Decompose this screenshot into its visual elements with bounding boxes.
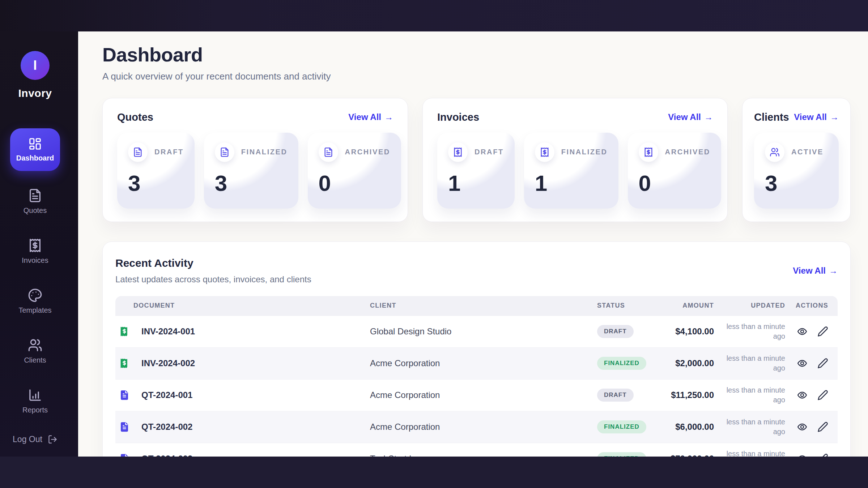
client-name: Acme Corporation xyxy=(370,390,597,400)
brand-name: Invory xyxy=(18,87,52,99)
status-badge: FINALIZED xyxy=(597,420,646,433)
quotes-view-all-link[interactable]: View All→ xyxy=(348,112,393,122)
app-window: I Invory DashboardQuotesInvoicesTemplate… xyxy=(0,0,868,488)
stat-tile-top: DRAFT xyxy=(448,142,504,162)
logout-icon xyxy=(48,435,58,444)
client-name: TechStart Inc. xyxy=(370,454,597,457)
card-title: Clients xyxy=(754,111,789,123)
card-header: ClientsView All→ xyxy=(754,111,839,123)
stat-tile-invoices-draft: DRAFT1 xyxy=(437,133,515,209)
updated-time: less than a minute ago xyxy=(714,417,785,437)
edit-button[interactable] xyxy=(817,421,828,432)
status-badge: FINALIZED xyxy=(597,357,646,370)
activity-table-header: DOCUMENTCLIENTSTATUSAMOUNTUPDATEDACTIONS xyxy=(115,296,838,316)
view-button[interactable] xyxy=(797,326,808,337)
row-actions xyxy=(785,453,838,457)
table-row: INV-2024-001Global Design StudioDRAFT$4,… xyxy=(115,316,838,347)
edit-button[interactable] xyxy=(817,358,828,369)
stat-tile-top: DRAFT xyxy=(128,142,184,162)
sidebar-item-invoices[interactable]: Invoices xyxy=(22,238,48,265)
pencil-icon xyxy=(817,428,828,433)
stat-label: ARCHIVED xyxy=(345,148,390,156)
stat-value: 0 xyxy=(639,172,710,194)
table-row: QT-2024-003TechStart Inc.FINALIZED$70,00… xyxy=(115,443,838,457)
stat-tile-quotes-finalized: FINALIZED3 xyxy=(204,133,298,209)
brand-logo-letter: I xyxy=(33,58,37,73)
view-button[interactable] xyxy=(797,421,808,432)
status-cell: DRAFT xyxy=(597,389,658,402)
stat-tiles: DRAFT1FINALIZED1ARCHIVED0 xyxy=(437,133,713,209)
eye-icon xyxy=(797,333,808,338)
activity-table-body: INV-2024-001Global Design StudioDRAFT$4,… xyxy=(115,316,838,457)
stat-tile-quotes-archived: ARCHIVED0 xyxy=(308,133,401,209)
stat-tile-clients-active: ACTIVE3 xyxy=(754,133,839,209)
table-row: INV-2024-002Acme CorporationFINALIZED$2,… xyxy=(115,347,838,379)
summary-card-invoices: InvoicesView All→DRAFT1FINALIZED1ARCHIVE… xyxy=(422,98,728,222)
sidebar: I Invory DashboardQuotesInvoicesTemplate… xyxy=(0,31,78,457)
stat-value: 3 xyxy=(215,172,288,194)
row-actions xyxy=(785,358,838,369)
sidebar-item-label: Dashboard xyxy=(16,154,54,162)
file-text-icon xyxy=(215,142,234,162)
view-button[interactable] xyxy=(797,358,808,369)
view-all-label: View All xyxy=(348,112,381,122)
summary-card-clients: ClientsView All→ACTIVE3 xyxy=(742,98,851,222)
stat-tile-top: ARCHIVED xyxy=(639,142,710,162)
sidebar-item-label: Invoices xyxy=(22,256,48,265)
invoices-view-all-link[interactable]: View All→ xyxy=(668,112,713,122)
sidebar-item-label: Quotes xyxy=(24,206,47,215)
pencil-icon xyxy=(817,364,828,370)
sidebar-item-label: Reports xyxy=(22,406,48,414)
updated-time: less than a minute ago xyxy=(714,322,785,341)
receipt-icon xyxy=(639,142,658,162)
recent-activity-title: Recent Activity xyxy=(115,257,311,269)
stat-tiles: ACTIVE3 xyxy=(754,133,839,209)
status-cell: DRAFT xyxy=(597,325,658,338)
row-actions xyxy=(785,390,838,401)
column-header-status: STATUS xyxy=(597,302,658,309)
stat-value: 1 xyxy=(448,172,504,194)
amount: $2,000.00 xyxy=(658,358,714,368)
edit-button[interactable] xyxy=(817,390,828,401)
arrow-right-icon: → xyxy=(830,112,839,122)
stat-value: 0 xyxy=(319,172,390,194)
eye-icon xyxy=(797,396,808,402)
recent-activity-view-all-link[interactable]: View All → xyxy=(793,266,838,276)
stat-tile-quotes-draft: DRAFT3 xyxy=(117,133,195,209)
pencil-icon xyxy=(817,333,828,338)
brand-logo: I xyxy=(21,51,50,80)
view-button[interactable] xyxy=(797,390,808,401)
column-header-updated: UPDATED xyxy=(714,302,785,309)
palette-icon xyxy=(28,288,42,303)
stat-label: FINALIZED xyxy=(241,148,288,156)
edit-button[interactable] xyxy=(817,326,828,337)
recent-activity-subtitle: Latest updates across quotes, invoices, … xyxy=(115,274,311,284)
amount: $70,000.00 xyxy=(658,454,714,457)
arrow-right-icon: → xyxy=(829,266,838,276)
column-header-client: CLIENT xyxy=(370,302,597,309)
file-text-icon xyxy=(28,188,42,203)
sidebar-item-templates[interactable]: Templates xyxy=(18,288,51,314)
arrow-right-icon: → xyxy=(704,112,713,122)
row-actions xyxy=(785,421,838,432)
summary-cards-row: QuotesView All→DRAFT3FINALIZED3ARCHIVED0… xyxy=(102,98,851,222)
stat-tile-top: FINALIZED xyxy=(215,142,288,162)
users-icon xyxy=(28,338,42,352)
page-subtitle: A quick overview of your recent document… xyxy=(102,71,851,82)
recent-activity-card: Recent Activity Latest updates across qu… xyxy=(102,241,851,457)
view-all-label: View All xyxy=(794,112,827,122)
logout-label: Log Out xyxy=(13,435,42,444)
clients-view-all-link[interactable]: View All→ xyxy=(794,112,839,122)
sidebar-item-reports[interactable]: Reports xyxy=(22,388,48,414)
edit-button[interactable] xyxy=(817,453,828,457)
main-content: Dashboard A quick overview of your recen… xyxy=(78,31,868,457)
sidebar-item-dashboard[interactable]: Dashboard xyxy=(10,128,60,171)
status-cell: FINALIZED xyxy=(597,452,658,457)
logout-button[interactable]: Log Out xyxy=(10,434,60,445)
receipt-icon xyxy=(448,142,468,162)
sidebar-item-quotes[interactable]: Quotes xyxy=(24,188,47,215)
quote-icon xyxy=(115,453,133,457)
view-all-label: View All xyxy=(668,112,701,122)
sidebar-item-clients[interactable]: Clients xyxy=(24,338,46,364)
view-button[interactable] xyxy=(797,453,808,457)
